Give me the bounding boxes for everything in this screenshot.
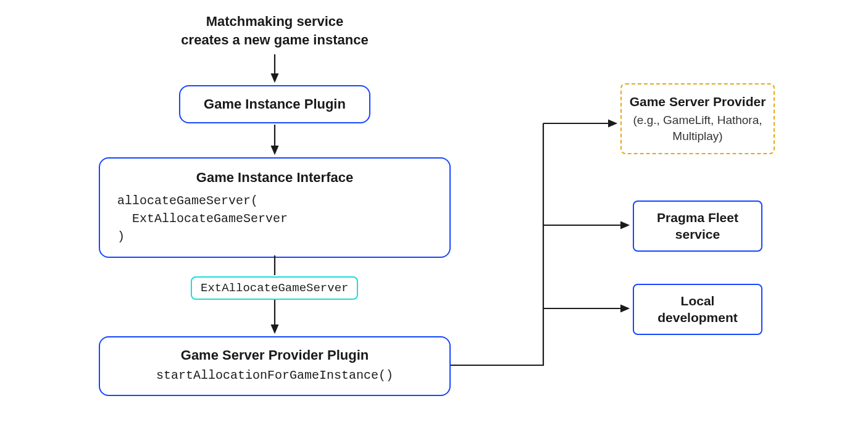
- ext-allocate-label-box: ExtAllocateGameServer: [191, 276, 358, 300]
- header-line2: creates a new game instance: [164, 31, 386, 49]
- interface-code-line3: ): [117, 228, 432, 246]
- interface-code-line2: ExtAllocateGameServer: [117, 210, 432, 228]
- target-provider-sub: (e.g., GameLift, Hathora, Multiplay): [629, 112, 766, 144]
- game-instance-plugin-title: Game Instance Plugin: [186, 96, 363, 112]
- game-instance-plugin-box: Game Instance Plugin: [179, 85, 370, 123]
- provider-plugin-title: Game Server Provider Plugin: [112, 347, 437, 363]
- interface-code-line1: allocateGameServer(: [117, 192, 432, 210]
- local-line2: development: [640, 309, 755, 326]
- target-pragma-fleet: Pragma Fleet service: [633, 200, 762, 252]
- header-line1: Matchmaking service: [164, 12, 386, 31]
- provider-plugin-box: Game Server Provider Plugin startAllocat…: [99, 336, 451, 396]
- ext-allocate-label: ExtAllocateGameServer: [201, 281, 348, 295]
- fleet-line2: service: [640, 226, 755, 242]
- local-line1: Local: [640, 292, 755, 309]
- target-game-server-provider: Game Server Provider (e.g., GameLift, Ha…: [620, 83, 775, 154]
- provider-plugin-code: startAllocationForGameInstance(): [156, 368, 393, 382]
- flow-diagram: Matchmaking service creates a new game i…: [0, 0, 868, 438]
- target-provider-title: Game Server Provider: [629, 93, 766, 110]
- header-text: Matchmaking service creates a new game i…: [164, 12, 386, 49]
- fleet-line1: Pragma Fleet: [640, 209, 755, 226]
- interface-title: Game Instance Interface: [117, 170, 432, 186]
- game-instance-interface-box: Game Instance Interface allocateGameServ…: [99, 157, 451, 258]
- target-local-development: Local development: [633, 284, 762, 335]
